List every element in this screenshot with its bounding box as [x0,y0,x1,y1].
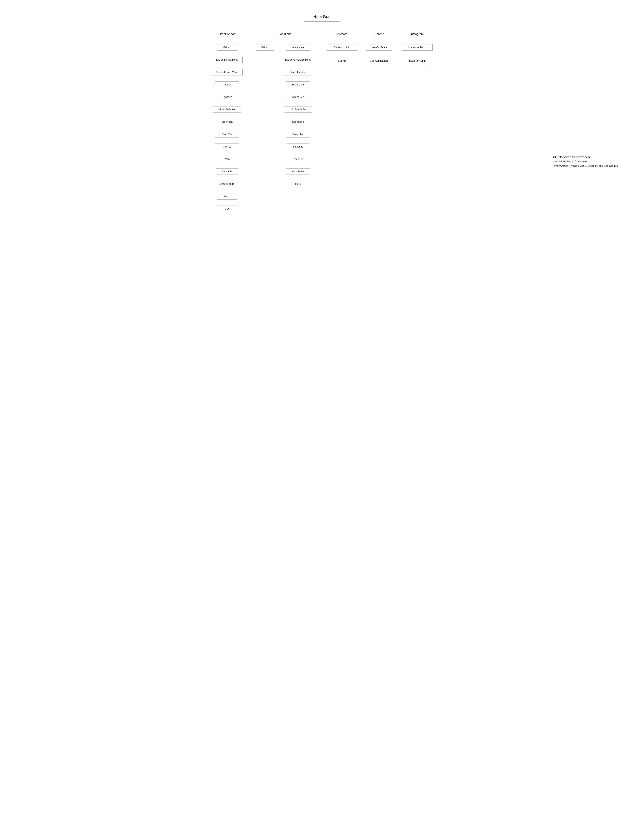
ext-link-menu-node: External Link - Menu [212,69,243,76]
root-level: Home Page Order Ahead Fairfax Tea-Do Fai… [211,12,433,212]
main-branches: Order Ahead Fairfax Tea-Do Fairfax Menu … [211,29,433,212]
annandale-col: Annandale Tea-Do Annandale Menu Select L… [281,44,315,187]
instagram-node: Instagram [405,29,429,38]
winter-collection-node: Winter Collection [213,106,241,113]
milk-bubble-tea-node: Milk Bubble Tea [284,106,312,113]
info-box-wrapper: Link: https://www.teadonova.com/ Intende… [548,148,622,171]
locations-branch: Locations Fairfax Annandale Tea-Do Annan… [255,29,315,187]
home-page-node: Home Page [304,12,340,22]
popular-node: Popular [215,82,239,88]
order-ahead-node: Order Ahead [213,29,241,38]
contact-node: Contact [330,29,354,38]
oa-black-tea-node: Black Tea [215,131,239,138]
fairfax-col: Fairfax Tea-Do Fairfax Menu External Lin… [212,44,243,212]
oa-vline1 [227,38,227,44]
join-team-node: Join Our Team [366,44,392,51]
info-box: Link: https://www.teadonova.com/ Intende… [548,152,622,171]
loc-smoothie-node: Smoothie [287,144,309,150]
whats-new-node: What's New [286,94,310,100]
interactive-photo-node: Interactive Photo [402,44,433,51]
oa-green-tea-node: Green Tea [215,119,239,125]
oa-yaku-node: Yaku [217,156,237,162]
oa-snack-foods-node: Snack Foods [214,181,240,187]
submit-node: Submit [332,57,352,65]
order-ahead-branch: Order Ahead Fairfax Tea-Do Fairfax Menu … [211,29,243,212]
diagram: Home Page Order Ahead Fairfax Tea-Do Fai… [4,6,640,177]
instagram-branch: Instagram Interactive Photo Instagram Li… [401,29,433,65]
fairfax-menu-node: Tea-Do Fairfax Menu [212,57,243,63]
locations-children: Fairfax Annandale Tea-Do Annandale Menu … [255,44,315,187]
fairfax-node-oa: Fairfax [217,44,237,51]
loc-fairfax-col: Fairfax [255,44,275,51]
loc-fairfax-node: Fairfax [256,44,274,51]
root-vline [322,22,322,29]
info-line3: Primary Action: Provide Menu, Location, … [552,164,618,168]
contact-us-info-node: Contact Us Info [327,44,357,51]
loc-black-tea-node: Black Tea [287,156,309,162]
select-location-node: Select Location [284,69,312,76]
career-branch: Career Join Our Team Job Application [365,29,393,65]
best-sellers-node: Best Sellers [286,82,310,88]
oa-milk-tea-node: Milk Tea [215,144,239,150]
yaku-series-node: Yaku Series [286,168,310,175]
more-node: More [290,181,306,187]
annandale-node: Annandale [286,44,310,51]
annandale-menu-node: Tea-Do Annandale Menu [281,57,315,63]
info-line1: Link: https://www.teadonova.com/ [552,155,618,159]
specialties-node: Specialties [286,119,310,125]
locations-node: Locations [271,29,299,38]
instagram-link-node: Instagram Link [403,57,431,65]
oa-misc-node: Misc [217,205,237,212]
signature-node: Signature [215,94,239,100]
contact-branch: Contact Contact Us Info Submit [327,29,357,65]
loc-green-tea-node: Green Tea [286,131,310,138]
career-node: Career [367,29,391,38]
oa-smoothie-node: Smoothie [216,168,238,175]
job-application-node: Job Application [365,57,393,65]
info-line2: Intended Audience: Customers [552,159,618,164]
oa-merch-node: Merch [217,193,237,199]
